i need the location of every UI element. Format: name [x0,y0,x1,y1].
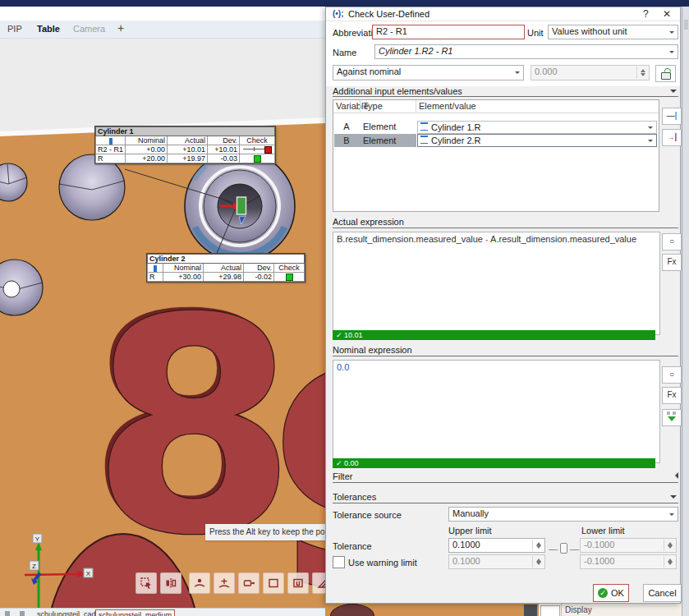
type-a[interactable]: Element [363,122,396,131]
marquee-select-button[interactable] [136,572,157,594]
surface-handle-button[interactable] [238,572,260,594]
display-section-label: Display [565,605,592,614]
col-nominal: Nominal [126,136,168,145]
collapse-icon[interactable] [670,90,677,96]
spinner [664,540,675,551]
tab-table[interactable]: Table [37,24,60,34]
rectangle-select-icon [267,577,280,590]
section-divider [333,482,678,483]
cancel-button[interactable]: Cancel [643,584,682,602]
callout-cylinder2[interactable]: Cylinder 2 Nominal Actual Dev. Check R +… [146,253,305,283]
remove-variable-button[interactable]: —| [662,108,682,125]
nominal-expression-editor[interactable]: 0.0 [333,360,660,463]
axis-label-y: Y [33,534,42,543]
element-icon [96,136,126,145]
doc-nav-icon[interactable] [20,611,25,616]
doc-tab-medium[interactable]: schulungsteil_medium [95,609,175,616]
polygon-select-button[interactable] [287,572,309,594]
right-edge-panel [682,7,689,616]
scrollbar-fragment[interactable] [684,20,688,30]
tolerance-source-label: Tolerance source [333,510,402,520]
window-title-strip [0,0,689,7]
add-tab-button[interactable]: + [117,21,124,34]
warning-upper-input[interactable]: 0.1000 [448,554,545,569]
against-nominal-select[interactable]: Against nominal [333,65,524,80]
callout-title: Cylinder 1 [96,127,275,136]
expand-icon[interactable] [672,472,678,479]
spinner[interactable] [636,67,648,79]
doc-tab-cad[interactable]: schulungsteil_cad [34,609,99,616]
use-warning-limit-label: Use warning limit [348,558,417,568]
display-panel: Display [539,603,689,616]
axis-label-x: X [84,568,93,577]
ok-check-icon: ✓ [598,588,608,598]
unit-select[interactable]: Values without unit [548,25,678,39]
variable-b[interactable]: B [333,136,360,145]
actual-expression-editor[interactable]: B.result_dimension.measured_value - A.re… [333,232,660,335]
display-field-fragment[interactable] [540,605,560,616]
nominal-value-field[interactable]: 0.000 [531,65,650,80]
link-icon [560,543,567,554]
tolerance-source-select[interactable]: Manually [448,507,678,522]
tab-camera[interactable]: Camera [73,24,105,34]
section-divider [333,503,678,503]
viewport-tab-bar: PIP Table Camera + [0,21,325,39]
spinner [664,556,675,568]
reference-circle-button[interactable]: ○ [662,366,682,384]
col-header-type: Type [363,101,383,111]
col-nominal: Nominal [163,264,204,273]
panel-divider [561,604,562,616]
menu-row [0,7,325,21]
filter-section-title: Filter [333,471,352,481]
upper-limit-label: Upper limit [448,526,492,536]
tab-pip[interactable]: PIP [7,24,22,34]
svg-text:9: 9 [269,310,325,609]
fx-function-button[interactable]: Fx [662,387,682,404]
callout-cylinder1[interactable]: Cylinder 1 Nominal Actual Dev. Check R2 … [94,126,276,164]
cylinder-icon [420,122,428,131]
element-select-b[interactable]: Cylinder 2.R [417,134,657,147]
mirror-selection-button[interactable] [160,572,181,594]
polygon-select-icon [292,577,305,590]
rectangle-select-button[interactable] [263,572,284,594]
name-select[interactable]: Cylinder 1.R2 - R1 [374,44,678,59]
check-indicator-in-tolerance [276,274,302,280]
tolerance-label: Tolerance [333,541,372,551]
svg-text:Y: Y [35,536,40,543]
title-separator [326,21,680,21]
close-icon[interactable]: ✕ [663,8,671,20]
doc-nav-icon[interactable] [5,611,10,616]
variables-table: Variable Type Element/value A Element Cy… [333,99,659,212]
element-select-a[interactable]: Cylinder 1.R [417,121,657,134]
element-icon [148,264,163,273]
cross-pick-button[interactable] [214,572,235,594]
abbreviation-input[interactable]: R2 - R1 [372,25,525,39]
type-b[interactable]: Element [363,136,396,145]
reference-circle-button[interactable]: ○ [662,233,682,251]
col-dev: Dev. [208,136,240,145]
warning-lower-input[interactable]: -0.1000 [580,554,677,569]
use-warning-limit-checkbox[interactable] [333,556,345,568]
callout-title: Cylinder 2 [148,255,305,264]
link-tolerances-toggle[interactable]: —— [549,543,579,554]
import-nominal-button[interactable] [662,409,682,426]
chevron-down-icon [669,51,674,56]
tolerance-lower-input[interactable]: -0.1000 [580,538,677,553]
variable-a[interactable]: A [333,122,360,131]
ok-button[interactable]: ✓ OK [593,584,629,602]
point-pick-button[interactable] [189,572,210,594]
help-button[interactable]: ? [643,8,649,20]
tolerance-upper-input[interactable]: 0.1000 [448,538,545,553]
section-divider [333,96,678,97]
spinner[interactable] [532,540,544,551]
collapse-icon[interactable] [670,495,677,502]
actual-result-bar: ✓ 10.01 [333,330,655,340]
point-pick-icon [193,577,206,590]
tolerances-section-title: Tolerances [333,492,376,502]
lock-button[interactable] [655,65,676,82]
nominal-result-bar: ✓ 0.00 [333,458,655,468]
surface-handle-icon [242,577,255,590]
fx-function-button[interactable]: Fx [662,254,682,271]
insert-variable-button[interactable]: →| [662,129,682,146]
col-check: Check [274,264,305,273]
